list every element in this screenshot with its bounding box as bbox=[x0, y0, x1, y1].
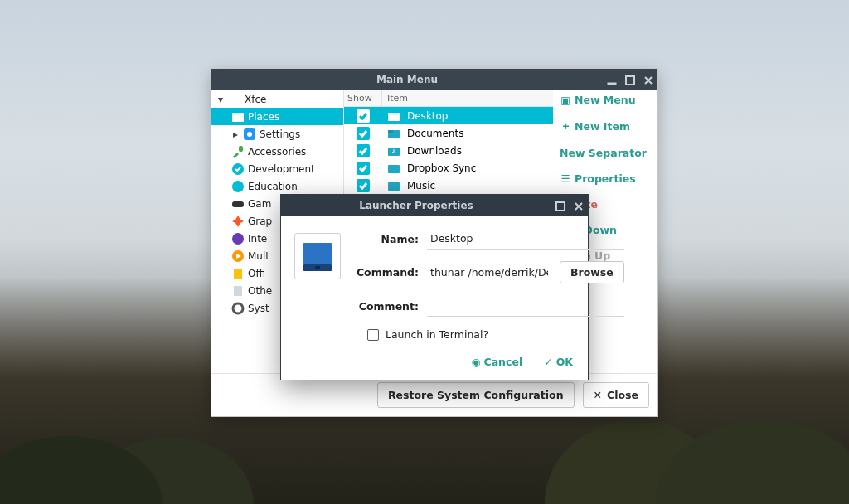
svg-rect-22 bbox=[388, 165, 400, 173]
svg-point-8 bbox=[232, 181, 244, 192]
svg-rect-14 bbox=[234, 269, 242, 279]
check-icon: ✓ bbox=[544, 356, 552, 368]
tree-item-settings[interactable]: ▸ Settings bbox=[211, 125, 343, 143]
command-label: Command: bbox=[351, 266, 419, 279]
system-icon bbox=[231, 302, 245, 315]
checkbox-icon[interactable] bbox=[357, 144, 370, 158]
svg-rect-9 bbox=[232, 201, 244, 207]
tree-item-label: Syst bbox=[248, 303, 269, 314]
checkbox-icon[interactable] bbox=[357, 162, 370, 175]
svg-point-16 bbox=[233, 303, 243, 313]
main-menu-titlebar[interactable]: Main Menu bbox=[211, 69, 657, 90]
name-label: Name: bbox=[351, 233, 419, 245]
browse-button[interactable]: Browse bbox=[560, 261, 624, 284]
settings-icon bbox=[243, 128, 256, 141]
folder-icon bbox=[387, 127, 400, 140]
restore-config-button[interactable]: Restore System Configuration bbox=[377, 382, 575, 408]
maximize-button[interactable] bbox=[551, 200, 570, 211]
svg-rect-3 bbox=[232, 113, 244, 115]
header-show[interactable]: Show bbox=[344, 90, 382, 106]
checkbox-icon[interactable] bbox=[357, 109, 370, 123]
minimize-button[interactable] bbox=[603, 74, 621, 85]
list-item-label: Desktop bbox=[407, 110, 449, 122]
svg-rect-6 bbox=[239, 146, 243, 152]
tree-item-label: Inte bbox=[248, 233, 267, 245]
tree-item-label: Gam bbox=[248, 198, 271, 210]
list-item-label: Downloads bbox=[407, 145, 462, 157]
checkbox-icon[interactable] bbox=[357, 127, 370, 140]
svg-point-5 bbox=[247, 132, 252, 137]
close-icon: ✕ bbox=[594, 389, 602, 401]
item-list-header: Show Item bbox=[344, 90, 553, 107]
svg-marker-10 bbox=[232, 216, 244, 227]
command-input[interactable] bbox=[427, 262, 551, 284]
list-item-label: Dropbox Sync bbox=[407, 162, 476, 174]
svg-rect-18 bbox=[388, 113, 400, 115]
new-item-link[interactable]: ＋New Item bbox=[560, 119, 651, 133]
xfce-logo-icon bbox=[228, 93, 241, 106]
tree-item-label: Mult bbox=[248, 250, 269, 262]
close-main-button[interactable]: ✕Close bbox=[583, 382, 649, 408]
dialog-body: Name: Command: Browse Comment: Launch in… bbox=[281, 216, 588, 347]
cancel-button[interactable]: ◉Cancel bbox=[472, 356, 523, 368]
folder-icon bbox=[387, 162, 400, 175]
checkbox-icon[interactable] bbox=[357, 179, 370, 192]
accessories-icon bbox=[231, 145, 245, 158]
new-menu-link[interactable]: ▣New Menu bbox=[560, 94, 651, 106]
dev-icon bbox=[231, 162, 245, 176]
svg-rect-25 bbox=[303, 243, 332, 264]
close-button[interactable] bbox=[570, 200, 588, 211]
folder-icon bbox=[387, 109, 400, 123]
maximize-button[interactable] bbox=[621, 74, 639, 85]
tree-item-development[interactable]: Development bbox=[211, 160, 343, 177]
tree-item-label: Development bbox=[248, 163, 315, 175]
ok-button[interactable]: ✓OK bbox=[544, 356, 573, 368]
comment-input[interactable] bbox=[427, 295, 624, 317]
tree-item-label: Settings bbox=[260, 128, 300, 140]
chevron-down-icon: ▾ bbox=[216, 94, 225, 105]
svg-rect-15 bbox=[234, 286, 242, 296]
tree-item-label: Offi bbox=[248, 268, 265, 279]
folder-icon bbox=[387, 179, 400, 192]
list-row-downloads[interactable]: Downloads bbox=[344, 142, 553, 159]
tree-item-accessories[interactable]: Accessories bbox=[211, 143, 343, 160]
tree-item-places[interactable]: Places bbox=[211, 108, 343, 125]
header-item[interactable]: Item bbox=[382, 90, 553, 106]
education-icon bbox=[231, 180, 245, 193]
svg-rect-24 bbox=[556, 202, 565, 211]
close-button[interactable] bbox=[639, 74, 657, 85]
svg-rect-23 bbox=[388, 182, 400, 191]
svg-point-11 bbox=[232, 233, 244, 245]
tree-item-label: Education bbox=[248, 181, 298, 192]
list-row-music[interactable]: Music bbox=[344, 177, 553, 194]
plus-box-icon: ▣ bbox=[560, 94, 571, 106]
list-item-label: Documents bbox=[407, 128, 463, 139]
list-row-dropbox[interactable]: Dropbox Sync bbox=[344, 159, 553, 177]
folder-places-icon bbox=[231, 110, 245, 124]
list-icon: ☰ bbox=[560, 172, 571, 185]
properties-link[interactable]: ☰Properties bbox=[560, 172, 651, 185]
launcher-icon-button[interactable] bbox=[294, 233, 341, 279]
tree-item-label: Othe bbox=[248, 285, 272, 297]
office-icon bbox=[231, 267, 245, 280]
plus-icon: ＋ bbox=[560, 119, 571, 133]
tree-root-label: Xfce bbox=[245, 94, 266, 105]
tree-root-row[interactable]: ▾ Xfce bbox=[211, 90, 343, 108]
svg-rect-1 bbox=[626, 76, 634, 85]
comment-label: Comment: bbox=[351, 300, 419, 313]
tree-item-education[interactable]: Education bbox=[211, 177, 343, 195]
dialog-footer: ◉Cancel ✓OK bbox=[281, 347, 588, 380]
checkbox-icon[interactable] bbox=[367, 329, 379, 341]
dialog-titlebar[interactable]: Launcher Properties bbox=[281, 195, 588, 216]
name-input[interactable] bbox=[427, 228, 624, 250]
new-separator-link[interactable]: New Separator bbox=[560, 147, 651, 159]
list-row-documents[interactable]: Documents bbox=[344, 124, 553, 142]
multimedia-icon bbox=[231, 250, 245, 263]
launch-terminal-row[interactable]: Launch in Terminal? bbox=[351, 328, 624, 341]
main-menu-title: Main Menu bbox=[211, 74, 603, 85]
list-row-desktop[interactable]: Desktop bbox=[344, 107, 553, 124]
other-icon bbox=[231, 284, 245, 298]
tree-item-label: Grap bbox=[248, 216, 272, 227]
cancel-icon: ◉ bbox=[472, 356, 481, 368]
folder-icon bbox=[387, 144, 400, 158]
